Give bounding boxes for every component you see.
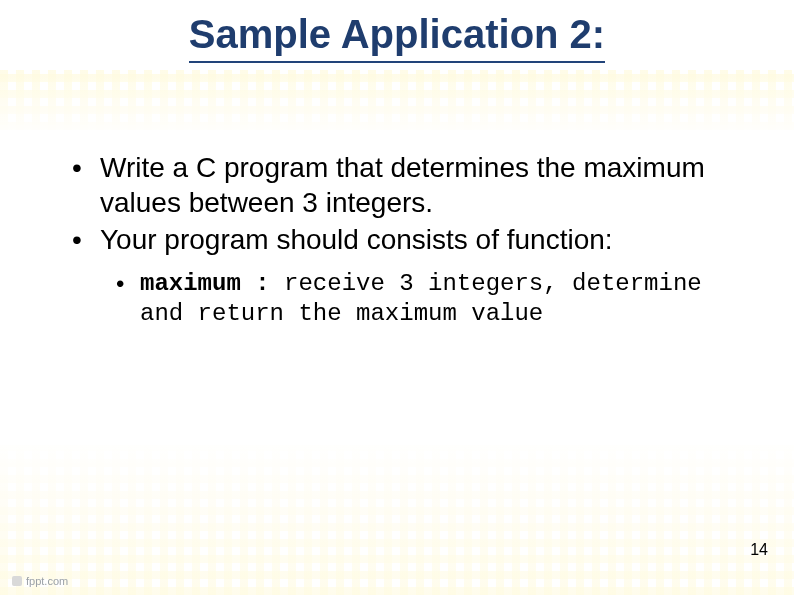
bullet-item-1: Write a C program that determines the ma… [60, 150, 734, 220]
top-texture [0, 70, 794, 130]
bottom-texture [0, 445, 794, 595]
bullet-item-2: Your program should consists of function… [60, 222, 734, 257]
slide: Sample Application 2: Write a C program … [0, 0, 794, 595]
sub-bullet-bold: maximum : [140, 270, 270, 297]
footer-logo: fppt.com [12, 575, 68, 587]
sub-bullet-item-1: maximum : receive 3 integers, determine … [60, 269, 734, 329]
content-area: Write a C program that determines the ma… [60, 150, 734, 329]
page-number: 14 [750, 541, 768, 559]
footer-text: fppt.com [26, 575, 68, 587]
slide-title: Sample Application 2: [189, 12, 605, 63]
logo-icon [12, 576, 22, 586]
